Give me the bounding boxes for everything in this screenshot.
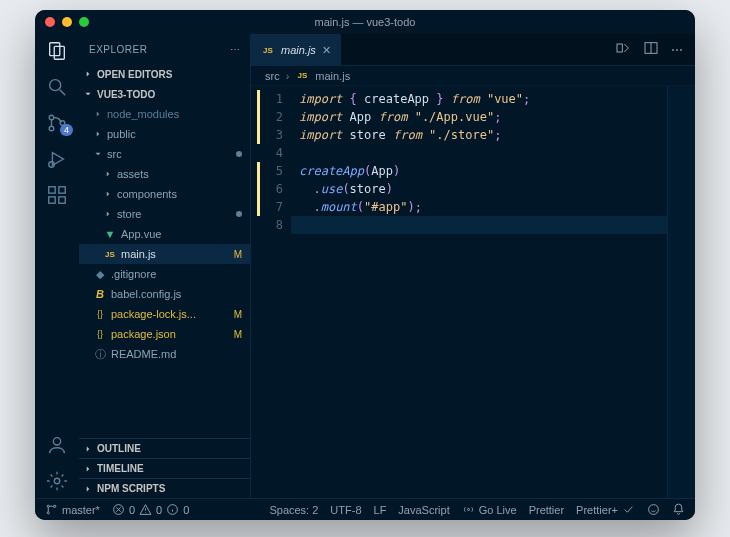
line-gutter: 12345678 <box>251 86 291 498</box>
tree-folder-assets[interactable]: assets <box>79 164 250 184</box>
svg-point-2 <box>50 80 61 91</box>
vue-file-icon: ▼ <box>103 227 117 241</box>
status-golive[interactable]: Go Live <box>462 503 517 516</box>
svg-point-30 <box>649 505 659 515</box>
tree-folder-components[interactable]: components <box>79 184 250 204</box>
breadcrumb[interactable]: src › JS main.js <box>251 66 695 86</box>
sidebar-header: EXPLORER ⋯ <box>79 34 250 64</box>
svg-rect-15 <box>617 44 622 52</box>
svg-point-4 <box>49 115 54 120</box>
svg-rect-9 <box>49 187 55 193</box>
section-project[interactable]: VUE3-TODO <box>79 84 250 104</box>
section-open-editors[interactable]: OPEN EDITORS <box>79 64 250 84</box>
tree-file-babel-config[interactable]: B babel.config.js <box>79 284 250 304</box>
editor: JS main.js ✕ ⋯ src › JS main.js <box>251 34 695 498</box>
tree-file-app-vue[interactable]: ▼ App.vue <box>79 224 250 244</box>
status-spaces[interactable]: Spaces: 2 <box>269 504 318 516</box>
scm-badge: 4 <box>60 124 73 136</box>
window-title: main.js — vue3-todo <box>35 16 695 28</box>
gutter-change-mark <box>257 162 260 216</box>
status-feedback-icon[interactable] <box>647 503 660 516</box>
tab-more-icon[interactable]: ⋯ <box>671 43 683 57</box>
activity-bar: 4 <box>35 34 79 498</box>
git-modified-badge: M <box>234 329 242 340</box>
js-file-icon: JS <box>261 43 275 57</box>
tab-actions: ⋯ <box>603 34 695 65</box>
tree-file-package-lock[interactable]: {} package-lock.js... M <box>79 304 250 324</box>
status-bell-icon[interactable] <box>672 503 685 516</box>
js-file-icon: JS <box>295 69 309 83</box>
minimap[interactable] <box>667 86 695 498</box>
scm-activity-icon[interactable]: 4 <box>35 112 79 134</box>
code-area[interactable]: 12345678 import { createApp } from "vue"… <box>251 86 695 498</box>
svg-line-3 <box>60 90 66 96</box>
tree-folder-src[interactable]: src <box>79 144 250 164</box>
section-npm-scripts[interactable]: NPM SCRIPTS <box>79 478 250 498</box>
svg-rect-11 <box>59 197 65 203</box>
status-problems[interactable]: 0 0 0 <box>112 503 189 516</box>
account-activity-icon[interactable] <box>35 434 79 456</box>
file-tree: node_modules public src assets co <box>79 104 250 438</box>
breadcrumb-seg[interactable]: main.js <box>315 70 350 82</box>
tree-file-readme[interactable]: ⓘ README.md <box>79 344 250 364</box>
split-editor-icon[interactable] <box>643 40 659 59</box>
search-activity-icon[interactable] <box>35 76 79 98</box>
tab-label: main.js <box>281 44 316 56</box>
tree-file-main-js[interactable]: JS main.js M <box>79 244 250 264</box>
gitignore-file-icon: ◆ <box>93 267 107 281</box>
json-file-icon: {} <box>93 307 107 321</box>
tab-bar: JS main.js ✕ ⋯ <box>251 34 695 66</box>
compare-changes-icon[interactable] <box>615 40 631 59</box>
svg-point-13 <box>53 438 60 445</box>
modified-dot-icon <box>236 211 242 217</box>
debug-activity-icon[interactable] <box>35 148 79 170</box>
svg-point-5 <box>49 126 54 131</box>
svg-point-19 <box>47 512 49 514</box>
tree-file-package-json[interactable]: {} package.json M <box>79 324 250 344</box>
status-branch[interactable]: master* <box>45 503 100 516</box>
tree-file-gitignore[interactable]: ◆ .gitignore <box>79 264 250 284</box>
svg-point-14 <box>54 478 60 484</box>
status-encoding[interactable]: UTF-8 <box>330 504 361 516</box>
json-file-icon: {} <box>93 327 107 341</box>
svg-rect-10 <box>49 197 55 203</box>
gutter-change-mark <box>257 90 260 144</box>
js-file-icon: JS <box>103 247 117 261</box>
tab-main-js[interactable]: JS main.js ✕ <box>251 34 341 65</box>
status-prettier-plus[interactable]: Prettier+ <box>576 503 635 516</box>
status-eol[interactable]: LF <box>374 504 387 516</box>
extensions-activity-icon[interactable] <box>35 184 79 206</box>
vscode-window: main.js — vue3-todo 4 <box>35 10 695 520</box>
git-modified-badge: M <box>234 309 242 320</box>
svg-point-29 <box>467 508 469 510</box>
status-language[interactable]: JavaScript <box>398 504 449 516</box>
explorer-activity-icon[interactable] <box>35 40 79 62</box>
sidebar: EXPLORER ⋯ OPEN EDITORS VUE3-TODO node_m… <box>79 34 251 498</box>
git-modified-badge: M <box>234 249 242 260</box>
status-prettier[interactable]: Prettier <box>529 504 564 516</box>
chevron-right-icon: › <box>286 70 290 82</box>
code-text[interactable]: import { createApp } from "vue";import A… <box>291 86 667 498</box>
section-outline[interactable]: OUTLINE <box>79 438 250 458</box>
close-tab-icon[interactable]: ✕ <box>322 44 331 57</box>
tree-folder-node-modules[interactable]: node_modules <box>79 104 250 124</box>
titlebar[interactable]: main.js — vue3-todo <box>35 10 695 34</box>
sidebar-more-icon[interactable]: ⋯ <box>230 44 241 55</box>
section-timeline[interactable]: TIMELINE <box>79 458 250 478</box>
status-bar: master* 0 0 0 Spaces: 2 UTF-8 LF JavaScr… <box>35 498 695 520</box>
svg-rect-12 <box>59 187 65 193</box>
settings-activity-icon[interactable] <box>35 470 79 492</box>
tree-folder-public[interactable]: public <box>79 124 250 144</box>
breadcrumb-seg[interactable]: src <box>265 70 280 82</box>
modified-dot-icon <box>236 151 242 157</box>
babel-file-icon: B <box>93 287 107 301</box>
explorer-title: EXPLORER <box>89 44 147 55</box>
svg-point-18 <box>47 505 49 507</box>
info-file-icon: ⓘ <box>93 347 107 361</box>
tree-folder-store[interactable]: store <box>79 204 250 224</box>
